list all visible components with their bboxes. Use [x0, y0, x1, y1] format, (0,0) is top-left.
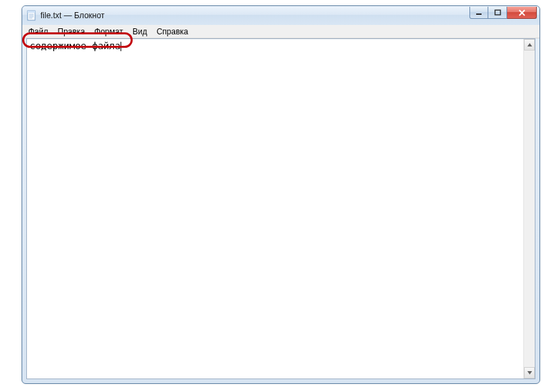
window-title: file.txt — Блокнот [40, 11, 104, 20]
svg-rect-1 [28, 11, 35, 13]
svg-rect-6 [476, 13, 482, 15]
svg-marker-10 [527, 43, 532, 46]
menu-view[interactable]: Вид [128, 25, 152, 38]
client-area: содержимое файла [26, 38, 535, 379]
svg-marker-11 [527, 371, 532, 374]
maximize-icon [494, 9, 501, 16]
editor-content: содержимое файла [30, 40, 121, 51]
menu-edit[interactable]: Правка [53, 25, 90, 38]
chevron-up-icon [527, 43, 532, 46]
vertical-scrollbar[interactable] [523, 39, 535, 379]
chevron-down-icon [527, 371, 532, 374]
window-controls [469, 7, 537, 19]
scroll-down-button[interactable] [524, 367, 535, 379]
menu-file[interactable]: Файл [24, 25, 53, 38]
notepad-icon [26, 10, 37, 21]
menubar: Файл Правка Формат Вид Справка [22, 25, 539, 38]
minimize-icon [476, 9, 482, 16]
menu-format[interactable]: Формат [90, 25, 128, 38]
titlebar[interactable]: file.txt — Блокнот [22, 6, 539, 25]
scroll-track[interactable] [524, 51, 535, 367]
text-cursor [121, 42, 121, 51]
minimize-button[interactable] [469, 7, 488, 19]
maximize-button[interactable] [488, 7, 507, 19]
notepad-window: file.txt — Блокнот Файл Правка Формат Ви… [22, 5, 540, 384]
close-icon [518, 9, 526, 16]
text-editor[interactable]: содержимое файла [27, 39, 523, 379]
menu-help[interactable]: Справка [152, 25, 193, 38]
svg-rect-7 [495, 10, 500, 15]
close-button[interactable] [507, 7, 537, 19]
scroll-up-button[interactable] [524, 39, 535, 51]
